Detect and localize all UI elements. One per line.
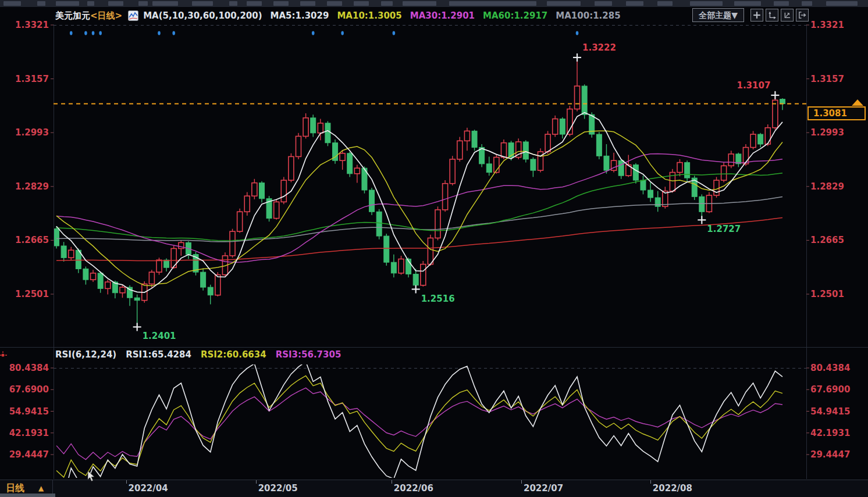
event-marker-dot	[312, 31, 315, 35]
scrollbar-thumb[interactable]	[0, 494, 55, 497]
date-label: 2022/07	[524, 483, 563, 494]
mouse-cursor	[87, 471, 97, 482]
theme-selector-button[interactable]: 全部主题▼	[692, 8, 744, 22]
date-tick	[521, 480, 522, 484]
axis-scale-button[interactable]	[766, 9, 778, 22]
ma200-line	[56, 218, 782, 261]
date-label: 2022/06	[394, 483, 433, 494]
date-label: 2022/08	[653, 483, 692, 494]
rsi3-value: RSI3:56.7305	[276, 349, 341, 360]
ma-settings-label[interactable]: MA(5,10,30,60,100,200)	[143, 10, 262, 21]
event-marker-dot	[341, 31, 344, 35]
ma100-value: MA100:1.285	[556, 10, 620, 21]
header-controls: 全部主题▼	[692, 8, 809, 22]
event-marker-dot	[70, 31, 73, 35]
symbol-title: 美元加元	[55, 10, 90, 22]
ma5-value: MA5:1.3029	[271, 10, 329, 21]
kline-icon[interactable]	[128, 10, 138, 21]
trend-scale-button[interactable]	[781, 9, 794, 22]
trading-chart-window: 美元加元 <日线> MA(5,10,30,60,100,200) MA5:1.3…	[0, 0, 868, 497]
ma10-value: MA10:1.3005	[337, 10, 401, 21]
period-tag: <日线>	[90, 10, 122, 22]
event-marker-dot	[84, 31, 87, 35]
ma60-value: MA60:1.2917	[483, 10, 547, 21]
candlestick-layer	[54, 58, 785, 327]
date-label: 2022/04	[129, 483, 168, 494]
date-label: 2022/05	[258, 483, 298, 494]
chart-canvas[interactable]	[0, 0, 868, 497]
ma100-line	[56, 196, 782, 241]
price-up-triangle-icon	[852, 99, 863, 106]
rsi2-value: RSI2:60.6634	[201, 349, 266, 360]
time-axis-bar: 日线 ▲ 2022/042022/052022/062022/072022/08	[0, 480, 868, 497]
event-marker-dot	[92, 31, 95, 35]
date-tick	[392, 480, 392, 484]
period-selector[interactable]: 日线	[6, 482, 24, 495]
event-marker-dot	[393, 31, 396, 35]
date-tick	[126, 480, 127, 484]
cropped-toolbar-strip	[0, 0, 868, 7]
event-marker-dot	[99, 31, 102, 35]
event-marker-dot	[172, 31, 175, 35]
rsi-settings-label[interactable]: RSI(6,12,24)	[55, 349, 116, 360]
current-price-value: 1.3081	[813, 108, 847, 119]
rsi12-line	[56, 376, 782, 478]
crosshair-button[interactable]	[750, 9, 763, 22]
event-marker-dot	[576, 31, 579, 35]
period-up-arrow-icon[interactable]: ▲	[38, 484, 44, 492]
rsi1-value: RSI1:65.4284	[126, 349, 191, 360]
rsi-header: RSI(6,12,24) RSI1:65.4284 RSI2:60.6634 R…	[55, 349, 341, 360]
ma30-value: MA30:1.2901	[410, 10, 475, 21]
ma30-line	[56, 154, 782, 263]
event-marker-dot	[158, 31, 161, 35]
date-tick	[650, 480, 651, 484]
current-price-tag: 1.3081	[807, 106, 866, 120]
pan-right-button[interactable]	[796, 9, 809, 22]
date-tick	[256, 480, 257, 484]
pane-handle-icon[interactable]	[0, 351, 8, 362]
